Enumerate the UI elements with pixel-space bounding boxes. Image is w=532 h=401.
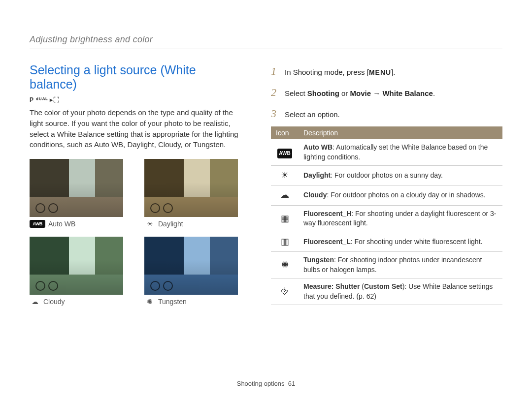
row-description: Daylight: For outdoor photos on a sunny … bbox=[299, 166, 502, 185]
footer-page-number: 61 bbox=[288, 380, 295, 387]
thumb-label-daylight: Daylight bbox=[158, 220, 183, 228]
page-footer: Shooting options 61 bbox=[0, 380, 532, 387]
table-row: AWBAuto WB: Automatically set the White … bbox=[271, 139, 502, 166]
th-icon: Icon bbox=[271, 126, 299, 139]
row-description: Fluorescent_H: For shooting under a dayl… bbox=[299, 205, 502, 232]
row-icon: ☀ bbox=[271, 166, 299, 185]
page-title: Selecting a light source (White balance) bbox=[30, 63, 246, 92]
thumb-image-autowb bbox=[30, 159, 123, 217]
step-number-3: 3 bbox=[271, 105, 279, 122]
row-description: Auto WB: Automatically set the White Bal… bbox=[299, 139, 502, 166]
row-icon: ✺ bbox=[271, 251, 299, 278]
row-icon: ▦ bbox=[271, 205, 299, 232]
thumbnail-grid: AWB Auto WB ☀ Daylight bbox=[30, 159, 246, 306]
row-description: Tungsten: For shooting indoor photos und… bbox=[299, 251, 502, 278]
step-text-3: Select an option. bbox=[285, 109, 502, 121]
step-number-1: 1 bbox=[271, 63, 279, 79]
steps-list: 1 In Shooting mode, press [MENU]. 2 Sele… bbox=[271, 63, 502, 122]
thumb-autowb: AWB Auto WB bbox=[30, 159, 132, 228]
step-number-2: 2 bbox=[271, 84, 279, 100]
menu-key: MENU bbox=[369, 68, 391, 76]
thumb-label-tungsten: Tungsten bbox=[158, 298, 187, 306]
awb-icon: AWB bbox=[30, 220, 45, 228]
mode-icons: P ᵈᵁᴬᴸ ▸⛶ bbox=[30, 96, 246, 103]
thumb-label-autowb: Auto WB bbox=[48, 220, 75, 228]
intro-paragraph: The color of your photo depends on the t… bbox=[30, 107, 246, 150]
row-description: Cloudy: For outdoor photos on a cloudy d… bbox=[299, 185, 502, 205]
th-description: Description bbox=[299, 126, 502, 139]
thumb-image-daylight bbox=[144, 159, 238, 217]
step-text-1: In Shooting mode, press [MENU]. bbox=[285, 67, 502, 78]
cloud-icon: ☁ bbox=[30, 298, 40, 306]
table-row: ▥Fluorescent_L: For shooting under white… bbox=[271, 232, 502, 251]
sun-icon: ☀ bbox=[144, 220, 155, 228]
awb-icon: AWB bbox=[277, 149, 292, 158]
table-row: ⯑Measure: Shutter (Custom Set): Use Whit… bbox=[271, 278, 502, 305]
step-text-2: Select Shooting or Movie → White Balance… bbox=[285, 88, 502, 99]
row-description: Measure: Shutter (Custom Set): Use White… bbox=[299, 278, 502, 305]
bulb-icon: ✺ bbox=[144, 298, 155, 306]
row-description: Fluorescent_L: For shooting under white … bbox=[299, 232, 502, 251]
thumb-label-cloudy: Cloudy bbox=[43, 298, 65, 306]
row-icon: ☁ bbox=[271, 185, 299, 205]
table-row: ☁Cloudy: For outdoor photos on a cloudy … bbox=[271, 185, 502, 205]
footer-label: Shooting options bbox=[237, 380, 285, 387]
table-row: ✺Tungsten: For shooting indoor photos un… bbox=[271, 251, 502, 278]
section-header: Adjusting brightness and color bbox=[30, 34, 502, 49]
thumb-image-tungsten bbox=[144, 237, 238, 295]
thumb-cloudy: ☁ Cloudy bbox=[30, 237, 132, 306]
table-row: ☀Daylight: For outdoor photos on a sunny… bbox=[271, 166, 502, 185]
table-row: ▦Fluorescent_H: For shooting under a day… bbox=[271, 205, 502, 232]
row-icon: ⯑ bbox=[271, 278, 299, 305]
thumb-daylight: ☀ Daylight bbox=[144, 159, 246, 228]
thumb-image-cloudy bbox=[30, 237, 123, 295]
row-icon: AWB bbox=[271, 139, 299, 166]
description-table: Icon Description AWBAuto WB: Automatical… bbox=[271, 126, 502, 305]
thumb-tungsten: ✺ Tungsten bbox=[144, 237, 246, 306]
row-icon: ▥ bbox=[271, 232, 299, 251]
